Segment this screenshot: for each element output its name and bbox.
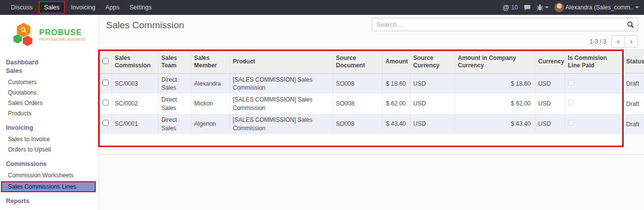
menu-settings[interactable]: Settings <box>124 0 157 15</box>
sidebar-header-sales: Sales <box>0 67 99 75</box>
chat-icon <box>524 4 531 11</box>
cell-name: SC/0001 <box>112 114 158 134</box>
cell-currency: USD <box>535 94 565 114</box>
table-empty-area <box>100 134 622 146</box>
row-select-checkbox[interactable] <box>103 80 109 86</box>
search-input[interactable] <box>372 18 638 31</box>
row-select-cell <box>100 94 112 114</box>
page-title: Sales Commission <box>106 20 184 31</box>
cell-amount-company: $ 43.40 <box>455 114 535 134</box>
cell-source-doc: SO008 <box>333 73 382 94</box>
annotation-box-table: Sales Commission Sales Team Sales Member… <box>98 50 624 147</box>
cell-source-currency: USD <box>410 114 455 134</box>
user-menu-button[interactable]: Alexandra (Sales_comm.. <box>554 2 639 12</box>
topbar-right: @ 10 Alexandra (Sales_comm.. <box>503 2 644 12</box>
cell-amount-company: $ 62.00 <box>455 94 535 114</box>
sidebar-header-reports: Reports <box>0 197 99 205</box>
sidebar-item-commission-worksheets[interactable]: Commission Worksheets <box>0 170 99 181</box>
sidebar-item-sales-orders[interactable]: Sales Orders <box>0 98 99 108</box>
cell-source-doc: SO008 <box>333 94 382 114</box>
cell-name: SC/0002 <box>112 94 158 114</box>
menu-apps[interactable]: Apps <box>100 0 124 15</box>
menu-invoicing[interactable]: Invoicing <box>66 0 100 15</box>
topbar-menu: Discuss Sales Invoicing Apps Settings <box>0 0 157 15</box>
cell-paid <box>565 114 622 134</box>
mentions-button[interactable]: @ 10 <box>503 3 518 11</box>
cell-name: SC/0003 <box>112 73 158 94</box>
col-source-document: Source Document <box>333 51 382 73</box>
cell-paid <box>565 73 622 94</box>
table-row[interactable]: SC/0003 Direct Sales Alexandra [SALES CO… <box>100 73 622 94</box>
sidebar: PROBUSE PROFESSIONAL BUSINESS Dashboard … <box>0 15 99 210</box>
sidebar-item-customers[interactable]: Customers <box>0 77 99 88</box>
messages-button[interactable] <box>524 4 531 11</box>
hexagon-red-icon <box>23 36 32 46</box>
pager-previous-button[interactable]: ‹ <box>611 35 625 48</box>
cell-member: Algenon <box>191 114 230 134</box>
cell-team: Direct Sales <box>158 114 191 134</box>
debug-menu-button[interactable] <box>536 4 549 11</box>
col-amount: Amount <box>382 51 410 73</box>
sidebar-group-reports: Sales <box>0 208 99 210</box>
chevron-down-icon <box>545 6 549 8</box>
row-select-checkbox[interactable] <box>103 100 109 105</box>
select-all-header <box>100 51 112 73</box>
brand-name: PROBUSE <box>39 28 85 37</box>
table-row[interactable]: SC/0001 Direct Sales Algenon [SALES COMM… <box>100 114 622 134</box>
paid-checkbox <box>568 120 574 126</box>
status-cell[interactable]: Draft <box>625 114 644 134</box>
content-divider <box>99 154 644 155</box>
paid-checkbox <box>568 80 574 86</box>
sidebar-group-sales: Customers Quotations Sales Orders Produc… <box>0 77 99 119</box>
menu-discuss[interactable]: Discuss <box>6 0 38 15</box>
sidebar-item-products[interactable]: Products <box>0 108 99 119</box>
sidebar-header-dashboard: Dashboard <box>0 58 99 66</box>
col-product: Product <box>230 51 333 73</box>
cell-source-currency: USD <box>410 73 455 94</box>
sidebar-item-orders-to-upsell[interactable]: Orders to Upsell <box>0 145 99 155</box>
avatar <box>554 2 564 12</box>
brand-text: PROBUSE PROFESSIONAL BUSINESS <box>39 28 85 42</box>
pager-next-button[interactable]: › <box>625 35 638 48</box>
table-row[interactable]: SC/0002 Direct Sales Mickon [SALES COMMI… <box>100 94 622 114</box>
sidebar-item-sales-commissions-lines[interactable]: Sales Commissions Lines <box>1 181 96 192</box>
topbar: Discuss Sales Invoicing Apps Settings @ … <box>0 0 644 15</box>
brand-logo[interactable]: PROBUSE PROFESSIONAL BUSINESS <box>0 15 99 52</box>
at-icon: @ <box>503 3 510 11</box>
row-select-cell <box>100 114 112 134</box>
cell-member: Alexandra <box>191 73 230 94</box>
col-is-commission-line-paid: Is Commision Line Paid <box>565 51 622 73</box>
status-cell[interactable]: Draft <box>625 94 644 114</box>
search-icon[interactable] <box>627 21 635 31</box>
cell-amount: $ 62.00 <box>382 94 410 114</box>
sidebar-item-reports-sales[interactable]: Sales <box>0 208 99 210</box>
cell-member: Mickon <box>191 94 230 114</box>
col-source-currency: Source Currency <box>410 51 455 73</box>
cell-source-doc: SO008 <box>333 114 382 134</box>
sidebar-item-quotations[interactable]: Quotations <box>0 88 99 98</box>
magnifier-icon <box>20 27 27 34</box>
sidebar-group-invoicing: Sales to Invoice Orders to Upsell <box>0 134 99 155</box>
col-amount-company-currency: Amount in Company Currency <box>455 51 535 73</box>
sidebar-item-sales-to-invoice[interactable]: Sales to Invoice <box>0 134 99 145</box>
col-sales-commission: Sales Commission <box>112 51 158 73</box>
col-sales-team: Sales Team <box>158 51 191 73</box>
cell-team: Direct Sales <box>158 94 191 114</box>
cell-product: [SALES COMMISSION] Sales Commission <box>230 114 333 134</box>
brand-tagline: PROFESSIONAL BUSINESS <box>39 38 85 41</box>
select-all-checkbox[interactable] <box>103 58 109 64</box>
status-cell[interactable]: Draft <box>625 73 644 94</box>
chevron-down-icon <box>635 6 639 8</box>
row-select-checkbox[interactable] <box>103 120 109 126</box>
table-zone: Sales Commission Sales Team Sales Member… <box>98 50 644 147</box>
cell-source-currency: USD <box>410 94 455 114</box>
cell-product: [SALES COMMISSION] Sales Commission <box>230 94 333 114</box>
menu-sales[interactable]: Sales <box>39 1 65 14</box>
status-column: Status Draft Draft Draft <box>625 50 644 134</box>
row-select-cell <box>100 73 112 94</box>
col-currency: Currency <box>535 51 565 73</box>
table-header-row: Sales Commission Sales Team Sales Member… <box>100 51 622 73</box>
hexagon-green-icon <box>13 34 22 44</box>
cell-team: Direct Sales <box>158 73 191 94</box>
user-name: Alexandra (Sales_comm.. <box>566 4 634 11</box>
